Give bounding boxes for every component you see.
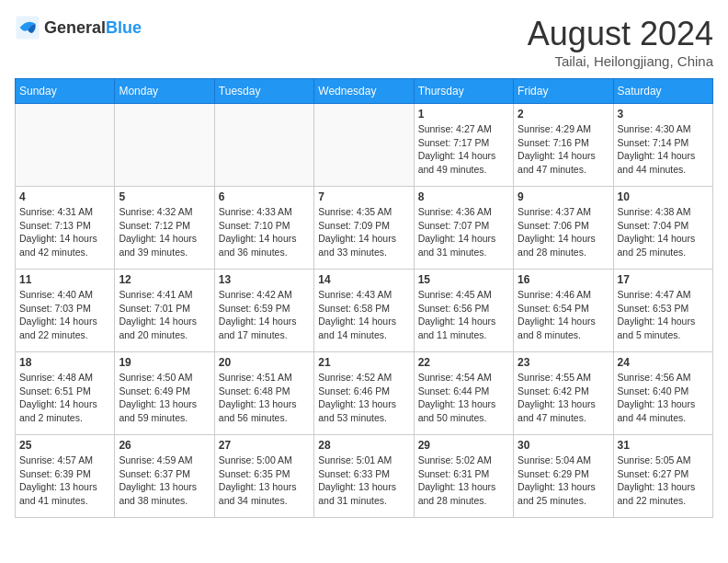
day-info: Sunrise: 5:01 AMSunset: 6:33 PMDaylight:… — [318, 454, 409, 508]
day-info: Sunrise: 4:41 AMSunset: 7:01 PMDaylight:… — [119, 288, 210, 342]
day-number: 29 — [418, 439, 509, 452]
location: Tailai, Heilongjiang, China — [528, 53, 713, 69]
week-row-3: 11Sunrise: 4:40 AMSunset: 7:03 PMDayligh… — [16, 270, 713, 352]
day-info: Sunrise: 4:54 AMSunset: 6:44 PMDaylight:… — [418, 371, 509, 425]
weekday-header-wednesday: Wednesday — [314, 79, 414, 104]
day-number: 6 — [219, 190, 310, 203]
day-number: 3 — [618, 108, 709, 121]
day-number: 14 — [318, 273, 409, 286]
day-info: Sunrise: 4:59 AMSunset: 6:37 PMDaylight:… — [119, 454, 210, 508]
day-number: 22 — [418, 356, 509, 369]
logo-text: General Blue — [44, 18, 142, 38]
day-info: Sunrise: 4:29 AMSunset: 7:16 PMDaylight:… — [518, 122, 609, 177]
day-info: Sunrise: 4:40 AMSunset: 7:03 PMDaylight:… — [19, 288, 110, 342]
day-number: 18 — [19, 356, 110, 369]
day-number: 2 — [518, 108, 609, 121]
day-number: 31 — [618, 439, 709, 452]
day-cell: 29Sunrise: 5:02 AMSunset: 6:31 PMDayligh… — [414, 435, 513, 518]
day-number: 16 — [518, 273, 609, 286]
day-number: 17 — [618, 273, 709, 286]
day-info: Sunrise: 4:47 AMSunset: 6:53 PMDaylight:… — [618, 288, 709, 342]
weekday-header-saturday: Saturday — [613, 79, 712, 104]
day-cell: 11Sunrise: 4:40 AMSunset: 7:03 PMDayligh… — [16, 270, 115, 352]
weekday-header-sunday: Sunday — [16, 79, 115, 104]
weekday-header-friday: Friday — [514, 79, 613, 104]
day-cell: 31Sunrise: 5:05 AMSunset: 6:27 PMDayligh… — [613, 435, 712, 518]
calendar-table: SundayMondayTuesdayWednesdayThursdayFrid… — [15, 78, 713, 518]
day-number: 4 — [19, 190, 110, 203]
day-number: 9 — [518, 190, 609, 203]
day-number: 30 — [518, 439, 609, 452]
day-cell: 12Sunrise: 4:41 AMSunset: 7:01 PMDayligh… — [115, 270, 214, 352]
day-info: Sunrise: 4:30 AMSunset: 7:14 PMDaylight:… — [618, 122, 709, 177]
weekday-header-thursday: Thursday — [414, 79, 513, 104]
logo: General Blue — [15, 15, 142, 40]
logo-blue: Blue — [106, 18, 142, 38]
day-number: 7 — [318, 190, 409, 203]
day-cell — [314, 104, 414, 187]
day-cell: 13Sunrise: 4:42 AMSunset: 6:59 PMDayligh… — [214, 270, 313, 352]
day-cell: 22Sunrise: 4:54 AMSunset: 6:44 PMDayligh… — [414, 352, 513, 435]
day-number: 20 — [219, 356, 310, 369]
week-row-2: 4Sunrise: 4:31 AMSunset: 7:13 PMDaylight… — [16, 187, 713, 270]
day-info: Sunrise: 4:50 AMSunset: 6:49 PMDaylight:… — [119, 371, 210, 425]
weekday-header-tuesday: Tuesday — [214, 79, 313, 104]
day-number: 8 — [418, 190, 509, 203]
weekday-header-monday: Monday — [115, 79, 214, 104]
day-cell — [214, 104, 313, 187]
day-number: 26 — [119, 439, 210, 452]
day-cell: 21Sunrise: 4:52 AMSunset: 6:46 PMDayligh… — [314, 352, 414, 435]
day-info: Sunrise: 4:42 AMSunset: 6:59 PMDaylight:… — [219, 288, 310, 342]
week-row-5: 25Sunrise: 4:57 AMSunset: 6:39 PMDayligh… — [16, 435, 713, 518]
day-cell: 16Sunrise: 4:46 AMSunset: 6:54 PMDayligh… — [514, 270, 613, 352]
day-info: Sunrise: 5:00 AMSunset: 6:35 PMDaylight:… — [219, 454, 310, 508]
day-number: 13 — [219, 273, 310, 286]
day-number: 24 — [618, 356, 709, 369]
day-cell: 2Sunrise: 4:29 AMSunset: 7:16 PMDaylight… — [514, 104, 613, 187]
day-number: 19 — [119, 356, 210, 369]
month-title: August 2024 — [528, 15, 713, 53]
day-info: Sunrise: 4:51 AMSunset: 6:48 PMDaylight:… — [219, 371, 310, 425]
day-info: Sunrise: 4:31 AMSunset: 7:13 PMDaylight:… — [19, 205, 110, 259]
day-cell: 4Sunrise: 4:31 AMSunset: 7:13 PMDaylight… — [16, 187, 115, 270]
week-row-1: 1Sunrise: 4:27 AMSunset: 7:17 PMDaylight… — [16, 104, 713, 187]
day-number: 27 — [219, 439, 310, 452]
day-cell: 28Sunrise: 5:01 AMSunset: 6:33 PMDayligh… — [314, 435, 414, 518]
day-info: Sunrise: 4:36 AMSunset: 7:07 PMDaylight:… — [418, 205, 509, 259]
day-cell: 7Sunrise: 4:35 AMSunset: 7:09 PMDaylight… — [314, 187, 414, 270]
day-cell: 8Sunrise: 4:36 AMSunset: 7:07 PMDaylight… — [414, 187, 513, 270]
day-cell: 6Sunrise: 4:33 AMSunset: 7:10 PMDaylight… — [214, 187, 313, 270]
day-cell: 3Sunrise: 4:30 AMSunset: 7:14 PMDaylight… — [613, 104, 712, 187]
day-cell: 17Sunrise: 4:47 AMSunset: 6:53 PMDayligh… — [613, 270, 712, 352]
logo-icon — [15, 15, 40, 40]
day-info: Sunrise: 5:02 AMSunset: 6:31 PMDaylight:… — [418, 454, 509, 508]
weekday-header-row: SundayMondayTuesdayWednesdayThursdayFrid… — [16, 79, 713, 104]
day-cell: 1Sunrise: 4:27 AMSunset: 7:17 PMDaylight… — [414, 104, 513, 187]
day-cell: 20Sunrise: 4:51 AMSunset: 6:48 PMDayligh… — [214, 352, 313, 435]
day-info: Sunrise: 4:56 AMSunset: 6:40 PMDaylight:… — [618, 371, 709, 425]
day-info: Sunrise: 4:52 AMSunset: 6:46 PMDaylight:… — [318, 371, 409, 425]
title-block: August 2024 Tailai, Heilongjiang, China — [528, 15, 713, 69]
day-info: Sunrise: 4:33 AMSunset: 7:10 PMDaylight:… — [219, 205, 310, 259]
day-cell: 30Sunrise: 5:04 AMSunset: 6:29 PMDayligh… — [514, 435, 613, 518]
day-cell: 15Sunrise: 4:45 AMSunset: 6:56 PMDayligh… — [414, 270, 513, 352]
day-info: Sunrise: 4:35 AMSunset: 7:09 PMDaylight:… — [318, 205, 409, 259]
day-cell: 9Sunrise: 4:37 AMSunset: 7:06 PMDaylight… — [514, 187, 613, 270]
day-cell — [16, 104, 115, 187]
day-cell: 26Sunrise: 4:59 AMSunset: 6:37 PMDayligh… — [115, 435, 214, 518]
day-info: Sunrise: 4:55 AMSunset: 6:42 PMDaylight:… — [518, 371, 609, 425]
day-number: 25 — [19, 439, 110, 452]
day-cell: 24Sunrise: 4:56 AMSunset: 6:40 PMDayligh… — [613, 352, 712, 435]
day-cell: 27Sunrise: 5:00 AMSunset: 6:35 PMDayligh… — [214, 435, 313, 518]
day-cell: 14Sunrise: 4:43 AMSunset: 6:58 PMDayligh… — [314, 270, 414, 352]
day-cell: 23Sunrise: 4:55 AMSunset: 6:42 PMDayligh… — [514, 352, 613, 435]
day-cell: 10Sunrise: 4:38 AMSunset: 7:04 PMDayligh… — [613, 187, 712, 270]
day-info: Sunrise: 5:04 AMSunset: 6:29 PMDaylight:… — [518, 454, 609, 508]
day-number: 12 — [119, 273, 210, 286]
day-cell: 5Sunrise: 4:32 AMSunset: 7:12 PMDaylight… — [115, 187, 214, 270]
page-header: General Blue August 2024 Tailai, Heilong… — [15, 15, 713, 69]
day-number: 21 — [318, 356, 409, 369]
day-number: 11 — [19, 273, 110, 286]
day-info: Sunrise: 4:46 AMSunset: 6:54 PMDaylight:… — [518, 288, 609, 342]
day-number: 23 — [518, 356, 609, 369]
